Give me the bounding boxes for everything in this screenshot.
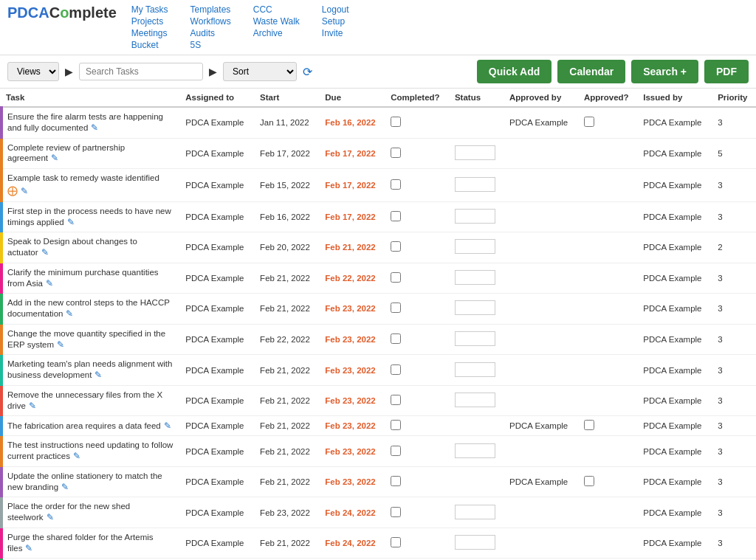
edit-icon[interactable]: ✎	[29, 401, 36, 411]
nav-waste-walk[interactable]: Waste Walk	[253, 16, 300, 27]
status-cell[interactable]	[450, 528, 505, 559]
nav-invite[interactable]: Invite	[322, 28, 349, 38]
approved-cell[interactable]	[580, 263, 639, 294]
status-box[interactable]	[455, 331, 495, 346]
completed-cell[interactable]	[386, 294, 450, 325]
completed-checkbox[interactable]	[391, 211, 401, 221]
status-box[interactable]	[455, 443, 495, 458]
approved-cell[interactable]	[580, 232, 639, 263]
edit-icon[interactable]: ✎	[21, 186, 28, 196]
status-cell[interactable]	[450, 169, 505, 202]
status-box[interactable]	[455, 505, 495, 519]
status-box[interactable]	[455, 239, 495, 254]
edit-icon[interactable]: ✎	[164, 421, 171, 431]
edit-icon[interactable]: ✎	[51, 153, 58, 163]
edit-icon[interactable]: ✎	[25, 543, 32, 553]
completed-checkbox[interactable]	[391, 241, 401, 252]
nav-audits[interactable]: Audits	[190, 28, 231, 38]
status-cell[interactable]	[450, 385, 505, 416]
status-cell[interactable]	[450, 324, 505, 355]
plus-icon[interactable]: ⨁	[7, 184, 18, 196]
completed-checkbox[interactable]	[391, 148, 401, 158]
approved-cell[interactable]	[580, 436, 639, 467]
status-cell[interactable]	[450, 294, 505, 325]
completed-checkbox[interactable]	[391, 333, 401, 344]
completed-checkbox[interactable]	[391, 420, 401, 430]
status-box[interactable]	[455, 535, 495, 550]
edit-icon[interactable]: ✎	[57, 339, 64, 350]
nav-meetings[interactable]: Meetings	[131, 28, 168, 38]
status-cell[interactable]	[450, 355, 505, 386]
status-cell[interactable]	[450, 138, 505, 169]
approved-checkbox[interactable]	[584, 420, 594, 430]
completed-checkbox[interactable]	[391, 476, 401, 486]
approved-cell[interactable]	[580, 169, 639, 202]
approved-cell[interactable]	[580, 355, 639, 386]
nav-archive[interactable]: Archive	[253, 28, 300, 38]
approved-cell[interactable]	[580, 466, 639, 497]
search-plus-button[interactable]: Search +	[631, 60, 698, 83]
status-cell[interactable]	[450, 497, 505, 528]
edit-icon[interactable]: ✎	[91, 122, 98, 133]
approved-cell[interactable]	[580, 294, 639, 325]
edit-icon[interactable]: ✎	[61, 482, 69, 492]
completed-checkbox[interactable]	[391, 446, 401, 456]
status-cell[interactable]	[450, 263, 505, 294]
nav-my-tasks[interactable]: My Tasks	[131, 4, 168, 15]
status-cell[interactable]	[450, 107, 505, 138]
nav-ccc[interactable]: CCC	[253, 4, 300, 15]
approved-checkbox[interactable]	[584, 117, 594, 127]
completed-cell[interactable]	[386, 466, 450, 497]
approved-cell[interactable]	[580, 416, 639, 436]
search-input[interactable]	[79, 63, 203, 80]
completed-checkbox[interactable]	[391, 303, 401, 313]
status-box[interactable]	[455, 209, 495, 224]
sort-select[interactable]: Sort	[223, 62, 297, 81]
completed-cell[interactable]	[386, 232, 450, 263]
approved-cell[interactable]	[580, 324, 639, 355]
status-cell[interactable]	[450, 416, 505, 436]
status-box[interactable]	[455, 270, 495, 285]
approved-cell[interactable]	[580, 138, 639, 169]
calendar-button[interactable]: Calendar	[557, 60, 625, 83]
nav-projects[interactable]: Projects	[131, 16, 168, 27]
completed-cell[interactable]	[386, 355, 450, 386]
approved-cell[interactable]	[580, 385, 639, 416]
edit-icon[interactable]: ✎	[73, 451, 80, 461]
edit-icon[interactable]: ✎	[47, 512, 54, 522]
completed-cell[interactable]	[386, 497, 450, 528]
approved-cell[interactable]	[580, 107, 639, 138]
approved-cell[interactable]	[580, 528, 639, 559]
status-box[interactable]	[455, 300, 495, 315]
completed-checkbox[interactable]	[391, 395, 401, 405]
completed-cell[interactable]	[386, 138, 450, 169]
approved-cell[interactable]	[580, 497, 639, 528]
status-box[interactable]	[455, 362, 495, 377]
edit-icon[interactable]: ✎	[46, 278, 53, 288]
nav-logout[interactable]: Logout	[322, 4, 349, 15]
completed-cell[interactable]	[386, 169, 450, 202]
status-box[interactable]	[455, 145, 495, 160]
status-cell[interactable]	[450, 466, 505, 497]
completed-checkbox[interactable]	[391, 179, 401, 190]
completed-cell[interactable]	[386, 324, 450, 355]
quick-add-button[interactable]: Quick Add	[477, 60, 552, 83]
completed-cell[interactable]	[386, 385, 450, 416]
completed-checkbox[interactable]	[391, 272, 401, 283]
pdf-button[interactable]: PDF	[704, 60, 749, 83]
completed-checkbox[interactable]	[391, 537, 401, 547]
edit-icon[interactable]: ✎	[67, 217, 75, 227]
completed-cell[interactable]	[386, 416, 450, 436]
completed-checkbox[interactable]	[391, 117, 401, 127]
nav-templates[interactable]: Templates	[190, 4, 231, 15]
edit-icon[interactable]: ✎	[94, 370, 102, 380]
nav-bucket[interactable]: Bucket	[131, 40, 168, 50]
status-box[interactable]	[455, 177, 495, 192]
status-cell[interactable]	[450, 436, 505, 467]
completed-checkbox[interactable]	[391, 507, 401, 517]
completed-checkbox[interactable]	[391, 364, 401, 375]
completed-cell[interactable]	[386, 263, 450, 294]
status-box[interactable]	[455, 393, 495, 407]
views-select[interactable]: Views	[7, 62, 59, 81]
status-cell[interactable]	[450, 201, 505, 232]
